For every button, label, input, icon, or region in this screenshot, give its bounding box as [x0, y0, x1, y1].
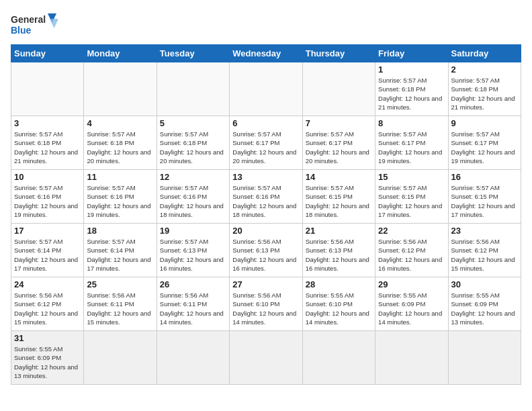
calendar-cell: 14Sunrise: 5:57 AM Sunset: 6:15 PM Dayli…: [302, 170, 375, 224]
day-number: 13: [232, 172, 299, 182]
day-info: Sunrise: 5:56 AM Sunset: 6:12 PM Dayligh…: [451, 237, 518, 273]
calendar-cell: [230, 331, 302, 385]
day-number: 25: [87, 279, 153, 289]
day-number: 18: [87, 226, 153, 236]
calendar-cell: 10Sunrise: 5:57 AM Sunset: 6:16 PM Dayli…: [11, 170, 84, 224]
day-info: Sunrise: 5:57 AM Sunset: 6:18 PM Dayligh…: [451, 76, 518, 111]
day-info: Sunrise: 5:56 AM Sunset: 6:12 PM Dayligh…: [14, 291, 81, 326]
day-info: Sunrise: 5:57 AM Sunset: 6:16 PM Dayligh…: [87, 183, 153, 219]
day-info: Sunrise: 5:57 AM Sunset: 6:18 PM Dayligh…: [378, 76, 445, 111]
calendar-week-row: 24Sunrise: 5:56 AM Sunset: 6:12 PM Dayli…: [11, 277, 521, 331]
day-info: Sunrise: 5:57 AM Sunset: 6:14 PM Dayligh…: [14, 237, 81, 273]
calendar-cell: 4Sunrise: 5:57 AM Sunset: 6:18 PM Daylig…: [84, 116, 157, 170]
day-info: Sunrise: 5:57 AM Sunset: 6:14 PM Dayligh…: [87, 237, 153, 273]
calendar-cell: 9Sunrise: 5:57 AM Sunset: 6:17 PM Daylig…: [448, 116, 521, 170]
calendar-cell: 22Sunrise: 5:56 AM Sunset: 6:12 PM Dayli…: [375, 224, 448, 277]
calendar-cell: [375, 331, 448, 385]
calendar-cell: 3Sunrise: 5:57 AM Sunset: 6:18 PM Daylig…: [11, 116, 84, 170]
day-info: Sunrise: 5:57 AM Sunset: 6:17 PM Dayligh…: [378, 130, 445, 165]
calendar-cell: [230, 62, 302, 116]
day-number: 4: [87, 118, 153, 128]
day-number: 29: [378, 279, 445, 289]
calendar-cell: 25Sunrise: 5:56 AM Sunset: 6:11 PM Dayli…: [84, 277, 157, 331]
day-info: Sunrise: 5:56 AM Sunset: 6:12 PM Dayligh…: [378, 237, 445, 273]
day-number: 1: [378, 64, 445, 75]
day-info: Sunrise: 5:57 AM Sunset: 6:13 PM Dayligh…: [160, 237, 226, 273]
calendar-cell: 18Sunrise: 5:57 AM Sunset: 6:14 PM Dayli…: [84, 224, 157, 277]
svg-marker-3: [50, 19, 58, 28]
day-info: Sunrise: 5:56 AM Sunset: 6:13 PM Dayligh…: [232, 237, 299, 273]
weekday-header-wednesday: Wednesday: [230, 45, 302, 62]
day-number: 9: [451, 118, 518, 128]
calendar-cell: [302, 331, 375, 385]
calendar-cell: [157, 331, 229, 385]
calendar-cell: 21Sunrise: 5:56 AM Sunset: 6:13 PM Dayli…: [302, 224, 375, 277]
weekday-header-sunday: Sunday: [11, 45, 84, 62]
calendar-cell: [302, 62, 375, 116]
day-number: 17: [14, 226, 81, 236]
day-number: 26: [160, 279, 226, 289]
day-number: 11: [87, 172, 153, 182]
day-number: 10: [14, 172, 81, 182]
day-info: Sunrise: 5:57 AM Sunset: 6:16 PM Dayligh…: [232, 183, 299, 219]
day-number: 2: [451, 64, 518, 75]
day-number: 20: [232, 226, 299, 236]
svg-text:Blue: Blue: [11, 25, 32, 36]
logo-svg: General Blue: [11, 11, 58, 39]
page-header: General Blue: [11, 11, 521, 39]
day-number: 28: [306, 279, 372, 289]
calendar-week-row: 1Sunrise: 5:57 AM Sunset: 6:18 PM Daylig…: [11, 62, 521, 116]
day-info: Sunrise: 5:57 AM Sunset: 6:15 PM Dayligh…: [451, 183, 518, 219]
calendar-cell: 23Sunrise: 5:56 AM Sunset: 6:12 PM Dayli…: [448, 224, 521, 277]
calendar-cell: [84, 331, 157, 385]
calendar-week-row: 10Sunrise: 5:57 AM Sunset: 6:16 PM Dayli…: [11, 170, 521, 224]
calendar-cell: 30Sunrise: 5:55 AM Sunset: 6:09 PM Dayli…: [448, 277, 521, 331]
day-info: Sunrise: 5:56 AM Sunset: 6:13 PM Dayligh…: [306, 237, 372, 273]
calendar-cell: 7Sunrise: 5:57 AM Sunset: 6:17 PM Daylig…: [302, 116, 375, 170]
day-number: 31: [14, 333, 81, 343]
calendar-cell: 27Sunrise: 5:56 AM Sunset: 6:10 PM Dayli…: [230, 277, 302, 331]
day-number: 19: [160, 226, 226, 236]
day-info: Sunrise: 5:57 AM Sunset: 6:17 PM Dayligh…: [451, 130, 518, 165]
calendar-cell: 31Sunrise: 5:55 AM Sunset: 6:09 PM Dayli…: [11, 331, 84, 385]
day-number: 27: [232, 279, 299, 289]
day-info: Sunrise: 5:55 AM Sunset: 6:10 PM Dayligh…: [306, 291, 372, 326]
calendar-cell: 15Sunrise: 5:57 AM Sunset: 6:15 PM Dayli…: [375, 170, 448, 224]
day-number: 16: [451, 172, 518, 182]
calendar-cell: 17Sunrise: 5:57 AM Sunset: 6:14 PM Dayli…: [11, 224, 84, 277]
calendar-cell: 13Sunrise: 5:57 AM Sunset: 6:16 PM Dayli…: [230, 170, 302, 224]
day-info: Sunrise: 5:57 AM Sunset: 6:18 PM Dayligh…: [160, 130, 226, 165]
calendar-week-row: 17Sunrise: 5:57 AM Sunset: 6:14 PM Dayli…: [11, 224, 521, 277]
day-info: Sunrise: 5:57 AM Sunset: 6:18 PM Dayligh…: [14, 130, 81, 165]
day-number: 15: [378, 172, 445, 182]
weekday-header-monday: Monday: [84, 45, 157, 62]
day-info: Sunrise: 5:57 AM Sunset: 6:15 PM Dayligh…: [306, 183, 372, 219]
day-number: 3: [14, 118, 81, 128]
day-number: 14: [306, 172, 372, 182]
day-number: 23: [451, 226, 518, 236]
calendar-cell: 5Sunrise: 5:57 AM Sunset: 6:18 PM Daylig…: [157, 116, 229, 170]
day-number: 22: [378, 226, 445, 236]
svg-text:General: General: [11, 14, 46, 25]
weekday-header-tuesday: Tuesday: [157, 45, 229, 62]
day-number: 5: [160, 118, 226, 128]
day-info: Sunrise: 5:55 AM Sunset: 6:09 PM Dayligh…: [451, 291, 518, 326]
day-number: 21: [306, 226, 372, 236]
weekday-header-row: SundayMondayTuesdayWednesdayThursdayFrid…: [11, 45, 521, 62]
day-info: Sunrise: 5:57 AM Sunset: 6:16 PM Dayligh…: [160, 183, 226, 219]
calendar-table: SundayMondayTuesdayWednesdayThursdayFrid…: [11, 44, 521, 385]
calendar-cell: 29Sunrise: 5:55 AM Sunset: 6:09 PM Dayli…: [375, 277, 448, 331]
day-info: Sunrise: 5:57 AM Sunset: 6:15 PM Dayligh…: [378, 183, 445, 219]
calendar-cell: 12Sunrise: 5:57 AM Sunset: 6:16 PM Dayli…: [157, 170, 229, 224]
day-number: 12: [160, 172, 226, 182]
calendar-cell: [84, 62, 157, 116]
calendar-cell: 19Sunrise: 5:57 AM Sunset: 6:13 PM Dayli…: [157, 224, 229, 277]
calendar-cell: 28Sunrise: 5:55 AM Sunset: 6:10 PM Dayli…: [302, 277, 375, 331]
weekday-header-thursday: Thursday: [302, 45, 375, 62]
day-number: 8: [378, 118, 445, 128]
day-info: Sunrise: 5:56 AM Sunset: 6:10 PM Dayligh…: [232, 291, 299, 326]
calendar-cell: 2Sunrise: 5:57 AM Sunset: 6:18 PM Daylig…: [448, 62, 521, 116]
calendar-cell: [157, 62, 229, 116]
day-number: 7: [306, 118, 372, 128]
calendar-cell: 8Sunrise: 5:57 AM Sunset: 6:17 PM Daylig…: [375, 116, 448, 170]
